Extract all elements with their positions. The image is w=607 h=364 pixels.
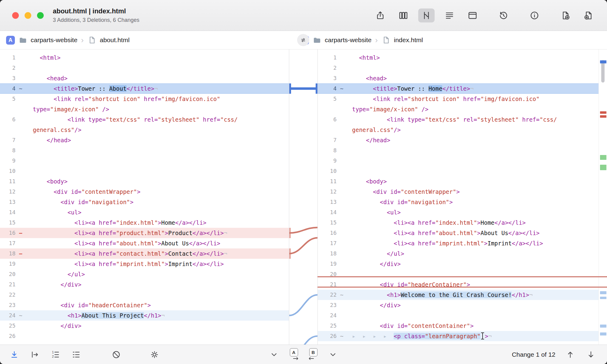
code-line[interactable]: 10 [0, 166, 289, 176]
code-line[interactable]: 25 <div id="contentContainer"> [318, 321, 599, 331]
code-line[interactable]: 23 </div> [318, 300, 599, 310]
unified-view-button[interactable] [441, 8, 458, 22]
code-text[interactable]: <li><a href="index.html">Home</a></li> [26, 217, 289, 228]
code-text[interactable]: <body> [347, 176, 599, 187]
code-line[interactable]: 11 <body> [318, 176, 599, 187]
code-line[interactable]: 11 <body> [0, 176, 289, 187]
code-text[interactable]: </head> [347, 135, 599, 145]
code-line[interactable]: 24~ <h1>About This Project</h1>¬ [0, 310, 289, 321]
code-text[interactable]: <div id="contentWrapper"> [26, 187, 289, 197]
code-text[interactable]: </div> [347, 259, 599, 269]
code-text[interactable]: <html> [26, 52, 289, 63]
change-overview-strip[interactable] [599, 49, 607, 345]
code-line[interactable]: 4~ <title>Tower :: Home</title>¬ [318, 83, 599, 94]
swap-files-button[interactable] [297, 34, 309, 46]
code-line[interactable]: 7 </head> [318, 135, 599, 145]
code-text[interactable]: <li><a href="about.html">About Us</a></l… [347, 228, 599, 238]
code-line[interactable]: general.css"/> [0, 125, 289, 135]
code-line[interactable]: 18 </ul> [318, 248, 599, 259]
code-line[interactable]: 14 <ul> [0, 207, 289, 217]
close-button[interactable] [12, 12, 19, 19]
code-text[interactable]: <h1>About This Project</h1>¬ [26, 310, 289, 321]
code-text[interactable]: <link type="text/css" rel="stylesheet" h… [26, 114, 289, 125]
previous-change-button[interactable] [565, 349, 576, 360]
code-line[interactable]: 22~ <h1>Welcome to the Git Crash Course!… [318, 290, 599, 300]
merge-options-right-button[interactable] [327, 349, 339, 360]
merge-options-left-button[interactable] [268, 349, 280, 360]
code-line[interactable]: 3 <head> [0, 73, 289, 83]
code-text[interactable] [347, 63, 599, 73]
code-line[interactable]: 16 <li><a href="about.html">About Us</a>… [318, 228, 599, 238]
code-text[interactable]: type="image/x-icon" /> [26, 104, 289, 114]
code-text[interactable]: <div id="navigation"> [26, 197, 289, 207]
code-text[interactable] [26, 166, 289, 176]
code-line[interactable]: 20 [318, 269, 599, 279]
history-button[interactable] [495, 8, 512, 22]
code-text[interactable]: <div id="headerContainer"> [347, 279, 599, 290]
code-line[interactable]: 2 [0, 63, 289, 73]
goto-change-button[interactable] [8, 349, 20, 360]
code-text[interactable]: type="image/x-icon" /> [347, 104, 599, 114]
file-b-name[interactable]: index.html [394, 36, 423, 44]
code-text[interactable]: ▸ ▸ ▸ ▸ <p class="learnParagraph">¬ [347, 331, 599, 341]
code-text[interactable]: </div> [26, 321, 289, 331]
copy-b-to-a-button[interactable]: B [308, 348, 319, 361]
code-text[interactable]: </head> [26, 135, 289, 145]
code-line[interactable]: 6 <link type="text/css" rel="stylesheet"… [0, 114, 289, 125]
fluid-diff-view-button[interactable] [418, 8, 435, 22]
minimize-button[interactable] [25, 12, 31, 19]
code-text[interactable]: <title>Tower :: Home</title>¬ [347, 83, 599, 94]
code-line[interactable]: 16− <li><a href="product.html">Product</… [0, 228, 289, 238]
code-line[interactable]: 2 [318, 63, 599, 73]
share-button[interactable] [372, 8, 388, 22]
code-text[interactable]: <title>Tower :: About</title>¬ [26, 83, 289, 94]
folder-name[interactable]: carparts-website [31, 36, 77, 44]
code-text[interactable]: <link rel="shortcut icon" href="img/favi… [26, 94, 289, 104]
code-line[interactable]: type="image/x-icon" /> [0, 104, 289, 114]
code-line[interactable]: 24 [318, 310, 599, 321]
code-line[interactable]: 12 <div id="contentWrapper"> [0, 187, 289, 197]
code-line[interactable]: 3 <head> [318, 73, 599, 83]
code-line[interactable]: type="image/x-icon" /> [318, 104, 599, 114]
code-text[interactable]: <li><a href="about.html">About Us</a></l… [26, 238, 289, 248]
code-text[interactable]: <div id="headerContainer"> [26, 300, 289, 310]
code-line[interactable]: 19 </div> [318, 259, 599, 269]
settings-button[interactable] [149, 349, 160, 360]
code-text[interactable]: <ul> [347, 207, 599, 217]
scrollbar-thumb[interactable] [601, 60, 605, 83]
code-text[interactable] [347, 145, 599, 156]
read-only-button[interactable] [110, 349, 122, 360]
code-text[interactable]: <li><a href="imprint.html">Imprint</a></… [26, 259, 289, 269]
code-text[interactable]: <div id="contentContainer"> [347, 321, 599, 331]
code-text[interactable]: </ul> [26, 269, 289, 279]
code-line[interactable]: 15 <li><a href="index.html">Home</a></li… [0, 217, 289, 228]
code-text[interactable]: <body> [26, 176, 289, 187]
code-line[interactable]: general.css"/> [318, 125, 599, 135]
code-text[interactable]: <link rel="shortcut icon" href="img/favi… [347, 94, 599, 104]
code-text[interactable]: <link type="text/css" rel="stylesheet" h… [347, 114, 599, 125]
code-text[interactable]: <ul> [26, 207, 289, 217]
wrap-lines-button[interactable] [29, 349, 41, 360]
code-line[interactable]: 1 <html> [318, 52, 599, 63]
code-text[interactable] [26, 290, 289, 300]
code-line[interactable]: 13 <div id="navigation"> [0, 197, 289, 207]
code-text[interactable]: <li><a href="imprint.html">Imprint</a></… [347, 238, 599, 248]
code-line[interactable]: 21 <div id="headerContainer"> [318, 279, 599, 290]
code-line[interactable]: 9 [318, 156, 599, 166]
code-line[interactable]: 6 <link type="text/css" rel="stylesheet"… [318, 114, 599, 125]
code-line[interactable]: 5 <link rel="shortcut icon" href="img/fa… [0, 94, 289, 104]
code-line[interactable]: 15 <li><a href="index.html">Home</a></li… [318, 217, 599, 228]
code-text[interactable] [347, 310, 599, 321]
file-a-name[interactable]: about.html [100, 36, 130, 44]
code-line[interactable]: 19 <li><a href="imprint.html">Imprint</a… [0, 259, 289, 269]
code-line[interactable]: 22 [0, 290, 289, 300]
code-line[interactable]: 25 </div> [0, 321, 289, 331]
pane-a-code[interactable]: 1 <html>23 <head>4~ <title>Tower :: Abou… [0, 49, 289, 345]
code-text[interactable]: <li><a href="index.html">Home</a></li> [347, 217, 599, 228]
code-text[interactable] [26, 145, 289, 156]
code-line[interactable]: 8 [0, 145, 289, 156]
code-text[interactable]: <li><a href="contact.html">Contact</a></… [26, 248, 289, 259]
code-text[interactable]: </div> [347, 300, 599, 310]
new-comparison-a-button[interactable] [557, 8, 574, 22]
code-text[interactable] [26, 63, 289, 73]
